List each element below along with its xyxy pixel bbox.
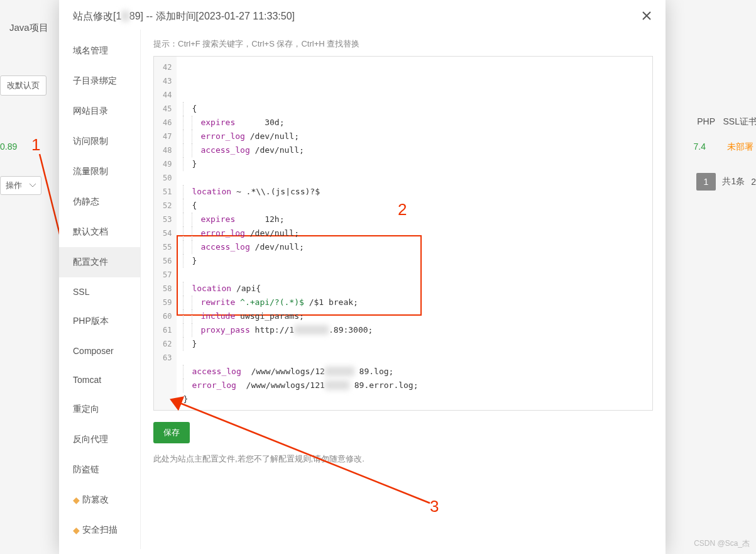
sidebar-item-2[interactable]: 网站目录: [59, 96, 140, 126]
editor-hint: 提示：Ctrl+F 搜索关键字，Ctrl+S 保存，Ctrl+H 查找替换: [153, 38, 653, 50]
code-line[interactable]: error_log /dev/null;: [183, 226, 418, 240]
sidebar-item-11[interactable]: Tomcat: [59, 365, 140, 394]
sidebar-item-8[interactable]: SSL: [59, 277, 140, 306]
sidebar-item-label: 防盗链: [73, 464, 99, 475]
sidebar-item-12[interactable]: 重定向: [59, 394, 140, 424]
sidebar-item-16[interactable]: ◆安全扫描: [59, 515, 140, 545]
sidebar-item-14[interactable]: 防盗链: [59, 455, 140, 485]
watermark: CSDN @Sca_杰: [694, 538, 750, 549]
sidebar-item-0[interactable]: 域名管理: [59, 36, 140, 66]
code-line[interactable]: access_log /www/wwwlogs/12 89.log;: [183, 365, 418, 379]
site-edit-modal: 站点修改[1 89] -- 添加时间[2023-01-27 11:33:50] …: [59, 0, 666, 554]
modal-title: 站点修改[1 89] -- 添加时间[2023-01-27 11:33:50]: [73, 10, 295, 23]
code-line[interactable]: [183, 351, 418, 365]
ssl-header: SSL证书: [723, 116, 756, 128]
code-line[interactable]: expires 12h;: [183, 213, 418, 226]
code-line[interactable]: {: [183, 102, 418, 116]
sidebar-item-label: 安全扫描: [82, 524, 118, 536]
sidebar-item-label: Tomcat: [73, 375, 101, 385]
code-line[interactable]: }: [183, 254, 418, 268]
sidebar-item-label: PHP版本: [73, 316, 109, 327]
sidebar-item-7[interactable]: 配置文件: [59, 247, 140, 277]
sidebar-item-label: 子目录绑定: [73, 75, 117, 87]
code-line[interactable]: }: [183, 392, 418, 406]
close-icon: [642, 11, 652, 21]
code-line[interactable]: }: [183, 337, 418, 351]
code-line[interactable]: [183, 171, 418, 185]
code-line[interactable]: {: [183, 199, 418, 213]
diamond-icon: ◆: [73, 525, 80, 535]
config-warning: 此处为站点主配置文件,若您不了解配置规则,请勿随意修改.: [153, 453, 653, 465]
php-header: PHP: [697, 116, 715, 126]
sidebar-item-13[interactable]: 反向代理: [59, 424, 140, 455]
pager-current[interactable]: 1: [696, 173, 716, 191]
code-line[interactable]: rewrite ^.+api/?(.*)$ /$1 break;: [183, 296, 418, 309]
sidebar-item-label: 网站目录: [73, 106, 108, 117]
sidebar-item-label: 防篡改: [82, 494, 109, 506]
diamond-icon: ◆: [73, 495, 80, 505]
code-line[interactable]: [183, 268, 418, 282]
code-line[interactable]: access_log /dev/null;: [183, 240, 418, 254]
pager-total: 共1条: [722, 176, 745, 187]
java-tab[interactable]: Java项目: [9, 22, 48, 34]
code-line[interactable]: include uwsgi_params;: [183, 309, 418, 323]
code-line[interactable]: error_log /dev/null;: [183, 130, 418, 143]
site-ip-fragment: 0.89: [0, 141, 17, 152]
pager-extra: 2: [751, 177, 756, 187]
sidebar-item-label: 重定向: [73, 404, 99, 415]
operation-select[interactable]: 操作: [0, 176, 41, 195]
sidebar-item-4[interactable]: 流量限制: [59, 157, 140, 187]
code-line[interactable]: proxy_pass http://1 .89:3000;: [183, 323, 418, 337]
sidebar-item-3[interactable]: 访问限制: [59, 126, 140, 157]
sidebar: 域名管理子目录绑定网站目录访问限制流量限制伪静态默认文档配置文件SSLPHP版本…: [59, 30, 141, 549]
title-redacted: [121, 11, 129, 21]
sidebar-item-1[interactable]: 子目录绑定: [59, 66, 140, 96]
sidebar-item-15[interactable]: ◆防篡改: [59, 485, 140, 515]
sidebar-item-label: Composer: [73, 346, 114, 356]
sidebar-item-label: 反向代理: [73, 434, 108, 445]
sidebar-item-label: 流量限制: [73, 166, 108, 177]
sidebar-item-label: 访问限制: [73, 136, 108, 147]
sidebar-item-label: 默认文档: [73, 226, 108, 238]
sidebar-item-5[interactable]: 伪静态: [59, 187, 140, 217]
operation-select-label: 操作: [6, 180, 22, 190]
sidebar-item-label: 域名管理: [73, 45, 108, 57]
code-line[interactable]: location ~ .*\\.(js|css)?$: [183, 185, 418, 199]
sidebar-item-label: SSL: [73, 287, 89, 297]
code-line[interactable]: access_log /dev/null;: [183, 143, 418, 157]
sidebar-item-6[interactable]: 默认文档: [59, 217, 140, 247]
sidebar-item-10[interactable]: Composer: [59, 336, 140, 365]
annotation-3: 3: [430, 497, 439, 516]
annotation-1: 1: [31, 135, 40, 155]
sidebar-item-label: 伪静态: [73, 196, 99, 208]
save-button[interactable]: 保存: [153, 422, 190, 443]
code-line[interactable]: error_log /www/wwwlogs/121 89.error.log;: [183, 379, 418, 392]
sidebar-item-label: 配置文件: [73, 257, 108, 268]
content-area: 提示：Ctrl+F 搜索关键字，Ctrl+S 保存，Ctrl+H 查找替换 42…: [141, 30, 666, 549]
ssl-value[interactable]: 未部署: [727, 141, 753, 153]
code-line[interactable]: location /api{: [183, 282, 418, 296]
editor-gutter: 4243444546474849505152535455565758596061…: [154, 57, 177, 410]
modal-header: 站点修改[1 89] -- 添加时间[2023-01-27 11:33:50]: [59, 0, 666, 30]
code-line[interactable]: }: [183, 157, 418, 171]
config-editor[interactable]: 4243444546474849505152535455565758596061…: [153, 56, 653, 411]
php-value[interactable]: 7.4: [694, 141, 706, 152]
pager: 1 共1条 2: [696, 173, 756, 191]
close-button[interactable]: [642, 11, 652, 23]
svg-line-1: [178, 402, 430, 503]
default-page-button[interactable]: 改默认页: [0, 75, 47, 96]
editor-code[interactable]: { expires 30d; error_log /dev/null; acce…: [177, 57, 424, 410]
code-line[interactable]: expires 30d;: [183, 116, 418, 130]
chevron-down-icon: [30, 184, 36, 187]
sidebar-item-9[interactable]: PHP版本: [59, 306, 140, 336]
